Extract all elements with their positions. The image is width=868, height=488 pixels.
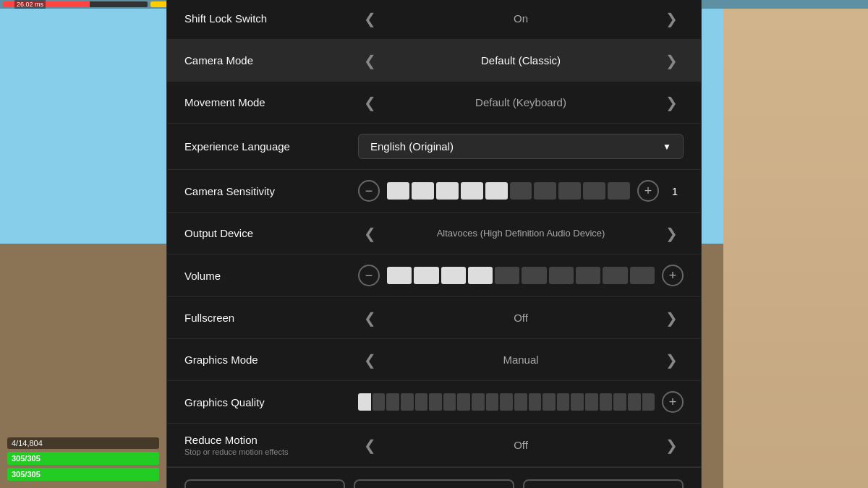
camera-sensitivity-decrease[interactable]: − [358, 180, 380, 202]
reduce-motion-control: ❮ Off ❯ [358, 437, 684, 454]
vseg7 [549, 267, 574, 284]
gfx-seg1 [358, 393, 371, 411]
camera-sensitivity-track [387, 182, 630, 200]
camera-sensitivity-slider: − + [358, 180, 684, 202]
gfx-seg21 [642, 393, 655, 411]
setting-shift-lock: Shift Lock Switch ❮ On ❯ [167, 0, 701, 40]
graphics-mode-value: Manual [391, 354, 651, 366]
camera-sensitivity-control: − + [358, 180, 684, 202]
camera-sensitivity-value: 1 [666, 185, 684, 197]
seg3 [436, 182, 459, 200]
camera-mode-control: ❮ Default (Classic) ❯ [358, 52, 684, 69]
movement-mode-next[interactable]: ❯ [660, 94, 684, 111]
gfx-seg17 [585, 393, 598, 411]
seg5 [485, 182, 508, 200]
vseg8 [576, 267, 600, 284]
shift-lock-prev[interactable]: ❮ [358, 10, 382, 27]
experience-language-label: Experience Language [184, 140, 358, 153]
gfx-seg10 [486, 393, 499, 411]
seg9 [583, 182, 605, 200]
gfx-seg14 [542, 393, 556, 411]
setting-camera-sensitivity: Camera Sensitivity − [167, 170, 701, 213]
graphics-quality-label: Graphics Quality [184, 396, 358, 408]
setting-graphics-mode: Graphics Mode ❮ Manual ❯ [167, 339, 701, 381]
volume-control: − + [358, 265, 684, 286]
experience-language-value: English (Original) [370, 140, 454, 153]
gfx-seg6 [429, 393, 442, 411]
fullscreen-prev[interactable]: ❮ [358, 309, 382, 327]
gfx-seg19 [613, 393, 626, 411]
seg7 [534, 182, 556, 200]
vseg9 [603, 267, 627, 284]
shift-lock-next[interactable]: ❯ [660, 10, 684, 27]
camera-mode-next[interactable]: ❯ [660, 52, 684, 69]
gfx-track [358, 393, 655, 411]
output-device-prev[interactable]: ❮ [358, 225, 382, 242]
graphics-mode-prev[interactable]: ❮ [358, 351, 382, 369]
gfx-seg18 [600, 393, 613, 411]
output-device-label: Output Device [184, 227, 358, 239]
gfx-seg13 [529, 393, 542, 411]
experience-language-control: English (Original) ▼ [358, 134, 684, 159]
gfx-seg5 [415, 393, 428, 411]
camera-mode-label: Camera Mode [184, 54, 358, 67]
setting-fullscreen: Fullscreen ❮ Off ❯ [167, 297, 701, 339]
camera-mode-prev[interactable]: ❮ [358, 52, 382, 69]
shift-lock-value: On [391, 12, 651, 25]
vseg4 [468, 267, 493, 284]
gfx-seg12 [514, 393, 527, 411]
reset-character-button[interactable]: R Reset Character [354, 479, 514, 488]
seg8 [558, 182, 581, 200]
vseg3 [441, 267, 466, 284]
volume-track [387, 267, 655, 284]
gfx-seg11 [500, 393, 513, 411]
reduce-motion-sublabel: Stop or reduce motion effects [184, 448, 358, 456]
movement-mode-prev[interactable]: ❮ [358, 94, 382, 111]
setting-movement-mode: Movement Mode ❮ Default (Keyboard) ❯ [167, 82, 701, 124]
vseg1 [387, 267, 412, 284]
gfx-seg2 [373, 393, 386, 411]
gfx-seg9 [472, 393, 485, 411]
gfx-seg7 [443, 393, 456, 411]
seg1 [387, 182, 409, 200]
reduce-motion-prev[interactable]: ❮ [358, 437, 382, 454]
setting-camera-mode: Camera Mode ❮ Default (Classic) ❯ [167, 40, 701, 82]
gfx-seg3 [386, 393, 399, 411]
reduce-motion-next[interactable]: ❯ [660, 437, 684, 454]
gfx-seg8 [457, 393, 470, 411]
gfx-seg15 [557, 393, 570, 411]
output-device-next[interactable]: ❯ [660, 225, 684, 242]
reduce-motion-title: Reduce Motion [184, 434, 358, 446]
gfx-seg16 [571, 393, 584, 411]
fullscreen-value: Off [391, 312, 651, 324]
camera-sensitivity-increase[interactable]: + [637, 180, 659, 202]
reduce-motion-label: Reduce Motion Stop or reduce motion effe… [184, 434, 358, 456]
experience-language-dropdown[interactable]: English (Original) ▼ [358, 134, 684, 159]
graphics-mode-next[interactable]: ❯ [660, 351, 684, 369]
setting-reduce-motion: Reduce Motion Stop or reduce motion effe… [167, 424, 701, 467]
setting-experience-language: Experience Language English (Original) ▼ [167, 124, 701, 170]
resume-button[interactable]: ESC Resume [523, 479, 684, 488]
graphics-quality-increase[interactable]: + [662, 391, 684, 413]
seg4 [461, 182, 483, 200]
fullscreen-next[interactable]: ❯ [660, 309, 684, 327]
vseg6 [522, 267, 546, 284]
bottom-buttons: L Leave R Reset Character ESC Resume [167, 467, 701, 488]
fullscreen-control: ❮ Off ❯ [358, 309, 684, 327]
volume-increase[interactable]: + [662, 265, 684, 286]
modal-overlay: 👤 People ⚙️ Settings 🚩 Report ? Help Rec… [0, 0, 868, 488]
leave-button[interactable]: L Leave [184, 479, 345, 488]
gfx-seg20 [628, 393, 641, 411]
camera-mode-value: Default (Classic) [391, 54, 651, 67]
graphics-mode-label: Graphics Mode [184, 354, 358, 366]
movement-mode-control: ❮ Default (Keyboard) ❯ [358, 94, 684, 111]
vseg10 [630, 267, 655, 284]
graphics-quality-control: + [358, 391, 684, 413]
fullscreen-label: Fullscreen [184, 312, 358, 324]
reduce-motion-value: Off [391, 439, 651, 451]
seg2 [412, 182, 434, 200]
shift-lock-control: ❮ On ❯ [358, 10, 684, 27]
settings-modal: 👤 People ⚙️ Settings 🚩 Report ? Help Rec… [166, 0, 702, 488]
setting-volume: Volume − [167, 254, 701, 297]
volume-decrease[interactable]: − [358, 265, 380, 286]
